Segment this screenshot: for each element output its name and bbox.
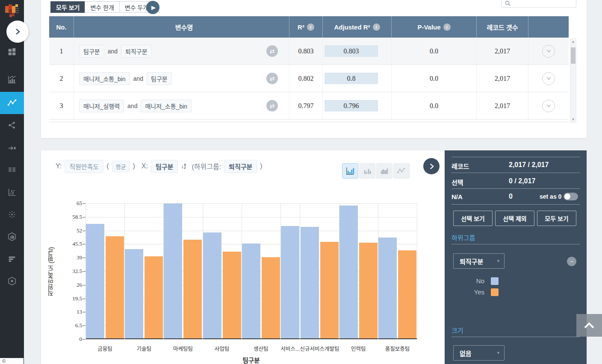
chart-bar-no[interactable] xyxy=(339,205,358,338)
search-box[interactable] xyxy=(501,0,576,8)
gridline xyxy=(86,217,417,217)
chart-bar-yes[interactable] xyxy=(262,257,280,338)
chart-type-area-button[interactable] xyxy=(376,163,392,179)
p-value: 0.0 xyxy=(392,92,477,119)
sidebar-item-bar-chart[interactable] xyxy=(0,68,24,91)
variable-pill[interactable]: 팀구분 xyxy=(147,72,172,85)
table-row[interactable]: 1팀구분and퇴직구분⇄0.8030.8030.02,017 xyxy=(49,38,569,65)
variable-pill[interactable]: 팀구분 xyxy=(79,45,104,58)
x-category-label: 인력팀 xyxy=(339,344,378,352)
sidebar-item-hex-bars[interactable] xyxy=(0,226,24,248)
sidebar-item-dots-grid[interactable] xyxy=(0,159,24,181)
chart-bar-yes[interactable] xyxy=(359,243,378,338)
expand-chart-button[interactable] xyxy=(423,158,440,174)
variable-pill[interactable]: 퇴직구분 xyxy=(121,45,152,58)
chart-bar-no[interactable] xyxy=(125,249,143,338)
col-header-p-value: P-Valuei xyxy=(392,16,477,38)
chart-bar-no[interactable] xyxy=(86,224,104,338)
toggle-knob xyxy=(564,194,570,200)
sidebar-item-cluster[interactable] xyxy=(0,203,24,226)
chart-bar-yes[interactable] xyxy=(106,236,124,338)
info-icon[interactable]: i xyxy=(373,23,380,31)
scrollbar-up-icon[interactable]: ▲ xyxy=(570,40,576,44)
chart-bar-no[interactable] xyxy=(164,203,182,338)
table-row[interactable]: 3매니저_실행력and매니저_소통_bin⇄0.7970.7960.02,017 xyxy=(49,92,569,120)
subgroup-variable-selector[interactable]: 퇴직구분 xyxy=(224,160,257,173)
gridline xyxy=(417,203,417,339)
legend-swatch[interactable] xyxy=(491,277,499,285)
chart-bar-no[interactable] xyxy=(281,226,299,338)
legend-item[interactable]: No xyxy=(445,277,522,285)
variable-pill[interactable]: 매니저_실행력 xyxy=(79,100,124,112)
row-expand-button[interactable] xyxy=(542,100,555,112)
selected-value: 0 / 2,017 xyxy=(509,177,535,185)
chart-bar-no[interactable] xyxy=(378,238,397,338)
scrollbar-down-icon[interactable]: ▼ xyxy=(570,117,576,121)
col-header-empty xyxy=(528,16,569,38)
view-selected-button[interactable]: 선택 보기 xyxy=(453,211,493,226)
chart-bar-no[interactable] xyxy=(203,232,221,338)
info-icon[interactable]: i xyxy=(443,23,451,31)
app-logo[interactable] xyxy=(3,3,21,20)
sidebar-item-scatter[interactable] xyxy=(0,181,24,203)
variable-pill[interactable]: 매니저_소통_bin xyxy=(141,100,192,112)
sidebar-item-hex-up[interactable] xyxy=(0,270,24,292)
y-variable-selector[interactable]: 직원만족도 xyxy=(65,160,103,173)
legend-swatch[interactable] xyxy=(491,288,499,296)
chart-bar-yes[interactable] xyxy=(320,242,339,338)
chart-bar-yes[interactable] xyxy=(183,240,202,338)
bar-chart-growth-icon xyxy=(7,75,17,84)
y-tick-label: 19.5 xyxy=(57,295,82,302)
legend-item[interactable]: Yes xyxy=(445,288,522,296)
y-tick-label: 32.5 xyxy=(57,268,82,275)
swap-icon[interactable]: ⇄ xyxy=(266,45,278,57)
chart-config-bar: Y: 직원만족도 ( 평균 ) X: 팀구분 ↓ AZ (하위그룹: 퇴직구분 … xyxy=(56,159,263,173)
chart-bar-yes[interactable] xyxy=(223,252,241,338)
run-button[interactable]: ▶ xyxy=(146,1,159,14)
sort-alphabetical-icon[interactable]: ↓ AZ xyxy=(181,163,186,170)
aggregation-selector[interactable]: 평균 xyxy=(112,161,130,172)
chart-bar-yes[interactable] xyxy=(398,250,416,338)
search-input[interactable] xyxy=(511,0,571,6)
sidebar-item-funnel[interactable] xyxy=(0,248,24,270)
swap-icon[interactable]: ⇄ xyxy=(266,100,278,112)
remove-subgroup-button[interactable]: − xyxy=(567,257,576,266)
exclude-selected-button[interactable]: 선택 제외 xyxy=(495,211,534,226)
set-as-zero-toggle[interactable] xyxy=(564,193,578,200)
sidebar-item-correlation[interactable] xyxy=(0,92,24,114)
sidebar-item-merge[interactable] xyxy=(0,136,24,158)
divider xyxy=(452,244,580,244)
variable-pill[interactable]: 매니저_소통_bin xyxy=(79,72,130,85)
row-expand-button[interactable] xyxy=(542,72,555,85)
sidebar-expand-button[interactable] xyxy=(6,21,29,43)
x-category-label: 기술팀 xyxy=(124,344,163,352)
p-value: 0.0 xyxy=(392,38,477,65)
view-all-records-button[interactable]: 모두 보기 xyxy=(537,211,576,226)
chart-type-bar-button[interactable] xyxy=(342,163,358,179)
size-dropdown[interactable]: 없음 ▼ xyxy=(453,345,505,361)
sidebar-item-share[interactable] xyxy=(0,114,24,136)
y-tick-mark xyxy=(83,339,86,340)
swap-icon[interactable]: ⇄ xyxy=(266,73,278,84)
scroll-to-top-button[interactable] xyxy=(576,314,602,337)
chart-bar-yes[interactable] xyxy=(145,256,163,338)
chart-bar-no[interactable] xyxy=(242,244,260,338)
chevron-down-icon xyxy=(546,76,552,81)
divider xyxy=(452,157,580,157)
chart-bar-no[interactable] xyxy=(301,227,319,338)
table-scrollbar[interactable]: ▲ ▼ xyxy=(570,38,576,123)
scrollbar-thumb[interactable] xyxy=(571,47,575,64)
view-all-button[interactable]: 모두 보기 xyxy=(50,1,85,13)
chart-type-grouped-bar-button[interactable] xyxy=(359,163,375,179)
one-variable-button[interactable]: 변수 한개 xyxy=(85,1,119,13)
info-icon[interactable]: i xyxy=(307,23,314,31)
subgroup-dropdown[interactable]: 퇴직구분 ▼ xyxy=(453,253,505,269)
row-expand-button[interactable] xyxy=(542,45,555,58)
table-row[interactable]: 2매니저_소통_binand팀구분⇄0.8020.80.02,017 xyxy=(49,65,569,92)
chart-type-line-button[interactable] xyxy=(393,163,410,179)
x-category-label: 마케팅팀 xyxy=(163,344,202,352)
paren-close: ) xyxy=(133,162,135,170)
x-variable-selector[interactable]: 팀구분 xyxy=(151,160,178,173)
records-value: 2,017 xyxy=(477,38,528,65)
sidebar-item-dashboard[interactable] xyxy=(0,41,24,63)
